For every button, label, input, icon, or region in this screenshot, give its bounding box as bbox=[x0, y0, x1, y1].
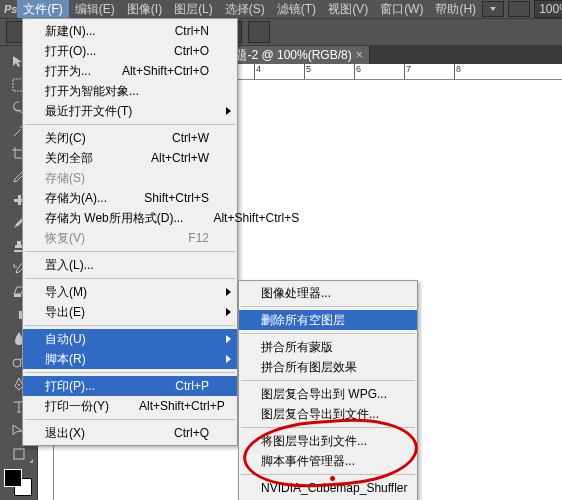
menubar: Ps 文件(F) 编辑(E) 图像(I) 图层(L) 选择(S) 滤镜(T) 视… bbox=[0, 0, 562, 18]
scripts-menu-item[interactable]: 图层复合导出到 WPG... bbox=[239, 384, 417, 404]
shape-tool-icon[interactable] bbox=[4, 443, 34, 464]
menu-item-label: 图层复合导出到文件... bbox=[261, 406, 409, 423]
file-menu-item[interactable]: 退出(X)Ctrl+Q bbox=[23, 423, 237, 443]
menu-item-label: 自动(U) bbox=[45, 331, 209, 348]
file-menu-item[interactable]: 打开(O)...Ctrl+O bbox=[23, 41, 237, 61]
scripts-menu-item[interactable]: NVIDIA_Cubemap_Shuffler bbox=[239, 478, 417, 498]
file-menu-item[interactable]: 打开为...Alt+Shift+Ctrl+O bbox=[23, 61, 237, 81]
scripts-menu-item[interactable]: 脚本事件管理器... bbox=[239, 451, 417, 471]
ruler-tick: 5 bbox=[304, 64, 354, 79]
menu-layer[interactable]: 图层(L) bbox=[168, 0, 219, 20]
menu-item-shortcut: Ctrl+N bbox=[175, 24, 209, 38]
screen-mode-icon[interactable] bbox=[482, 1, 504, 17]
menu-item-shortcut: Ctrl+O bbox=[174, 44, 209, 58]
scripts-menu-item[interactable]: 拼合所有蒙版 bbox=[239, 337, 417, 357]
menu-item-label: 打印(P)... bbox=[45, 378, 175, 395]
file-menu-item[interactable]: 新建(N)...Ctrl+N bbox=[23, 21, 237, 41]
menu-item-shortcut: Alt+Ctrl+W bbox=[151, 151, 209, 165]
menu-item-label: 最近打开文件(T) bbox=[45, 103, 209, 120]
menu-item-label: 将图层导出到文件... bbox=[261, 433, 397, 450]
opt-icon-8[interactable] bbox=[248, 21, 270, 43]
ruler-tick: 7 bbox=[404, 64, 454, 79]
file-menu-item[interactable]: 置入(L)... bbox=[23, 255, 237, 275]
menu-item-label: 图层复合导出到 WPG... bbox=[261, 386, 417, 403]
scripts-menu-item[interactable]: 将图层导出到文件... bbox=[239, 431, 417, 451]
chevron-right-icon bbox=[226, 355, 231, 363]
scripts-menu-item[interactable]: 拼合所有图层效果 bbox=[239, 357, 417, 377]
file-menu-item[interactable]: 导入(M) bbox=[23, 282, 237, 302]
menubar-right-controls: 100% bbox=[482, 0, 562, 18]
file-menu-item: 存储(S) bbox=[23, 168, 237, 188]
menu-image[interactable]: 图像(I) bbox=[121, 0, 168, 20]
file-menu-item[interactable]: 最近打开文件(T) bbox=[23, 101, 237, 121]
file-menu-item[interactable]: 存储为 Web所用格式(D)...Alt+Shift+Ctrl+S bbox=[23, 208, 237, 228]
menu-help[interactable]: 帮助(H) bbox=[429, 0, 482, 20]
menu-view[interactable]: 视图(V) bbox=[322, 0, 374, 20]
zoom-value: 100% bbox=[539, 2, 562, 16]
file-menu-item[interactable]: 导出(E) bbox=[23, 302, 237, 322]
file-menu: 新建(N)...Ctrl+N打开(O)...Ctrl+O打开为...Alt+Sh… bbox=[22, 18, 238, 446]
menu-item-label: 打印一份(Y) bbox=[45, 398, 139, 415]
menu-item-shortcut: Alt+Shift+Ctrl+P bbox=[139, 399, 225, 413]
menu-item-shortcut: Ctrl+W bbox=[172, 131, 209, 145]
scripts-menu-item[interactable]: 删除所有空图层 bbox=[239, 310, 417, 330]
file-menu-item[interactable]: 打印(P)...Ctrl+P bbox=[23, 376, 237, 396]
menu-item-label: 脚本(R) bbox=[45, 351, 209, 368]
ruler-tick: 6 bbox=[354, 64, 404, 79]
close-icon[interactable]: × bbox=[356, 48, 363, 62]
scripts-menu-item[interactable]: 图像处理器... bbox=[239, 283, 417, 303]
menu-item-label: 退出(X) bbox=[45, 425, 174, 442]
svg-rect-2 bbox=[18, 195, 21, 205]
workspace-icon[interactable] bbox=[508, 1, 530, 17]
file-menu-item[interactable]: 打开为智能对象... bbox=[23, 81, 237, 101]
menu-file[interactable]: 文件(F) bbox=[17, 0, 68, 20]
menu-edit[interactable]: 编辑(E) bbox=[69, 0, 121, 20]
zoom-input[interactable]: 100% bbox=[534, 0, 562, 18]
file-menu-item[interactable]: 关闭(C)Ctrl+W bbox=[23, 128, 237, 148]
menu-item-label: 存储为(A)... bbox=[45, 190, 144, 207]
annotation-dot bbox=[330, 476, 335, 481]
menu-item-label: 新建(N)... bbox=[45, 23, 175, 40]
menu-item-label: 恢复(V) bbox=[45, 230, 188, 247]
menu-item-label: 导入(M) bbox=[45, 284, 209, 301]
menu-item-shortcut: Alt+Shift+Ctrl+O bbox=[122, 64, 209, 78]
menu-item-shortcut: Ctrl+P bbox=[175, 379, 209, 393]
file-menu-item[interactable]: 脚本(R) bbox=[23, 349, 237, 369]
menu-item-label: 图像处理器... bbox=[261, 285, 389, 302]
svg-rect-7 bbox=[14, 449, 24, 459]
chevron-right-icon bbox=[226, 107, 231, 115]
svg-point-5 bbox=[13, 359, 21, 367]
scripts-submenu: 图像处理器...删除所有空图层拼合所有蒙版拼合所有图层效果图层复合导出到 WPG… bbox=[238, 280, 418, 500]
menu-item-label: NVIDIA_Cubemap_Shuffler bbox=[261, 481, 438, 495]
menu-item-label: 存储为 Web所用格式(D)... bbox=[45, 210, 213, 227]
menu-item-label: 导出(E) bbox=[45, 304, 209, 321]
file-menu-item[interactable]: 存储为(A)...Shift+Ctrl+S bbox=[23, 188, 237, 208]
menu-select[interactable]: 选择(S) bbox=[219, 0, 271, 20]
ruler-tick: 8 bbox=[454, 64, 504, 79]
app-logo: Ps bbox=[4, 0, 17, 18]
menu-item-label: 拼合所有蒙版 bbox=[261, 339, 389, 356]
menu-item-label: 打开(O)... bbox=[45, 43, 174, 60]
menu-item-label: 脚本事件管理器... bbox=[261, 453, 389, 470]
file-menu-item[interactable]: 关闭全部Alt+Ctrl+W bbox=[23, 148, 237, 168]
scripts-menu-item[interactable]: 图层复合导出到文件... bbox=[239, 404, 417, 424]
file-menu-item[interactable]: 打印一份(Y)Alt+Shift+Ctrl+P bbox=[23, 396, 237, 416]
chevron-right-icon bbox=[226, 335, 231, 343]
menu-item-label: 拼合所有图层效果 bbox=[261, 359, 389, 376]
color-swatches[interactable] bbox=[4, 469, 32, 496]
svg-rect-4 bbox=[13, 311, 19, 319]
menu-item-shortcut: F12 bbox=[188, 231, 209, 245]
menu-item-shortcut: Alt+Shift+Ctrl+S bbox=[213, 211, 299, 225]
file-menu-item[interactable]: 自动(U) bbox=[23, 329, 237, 349]
fg-color-swatch[interactable] bbox=[4, 469, 22, 487]
menu-item-label: 置入(L)... bbox=[45, 257, 209, 274]
menu-window[interactable]: 窗口(W) bbox=[374, 0, 429, 20]
menu-filter[interactable]: 滤镜(T) bbox=[271, 0, 322, 20]
ruler-tick: 4 bbox=[254, 64, 304, 79]
chevron-right-icon bbox=[226, 288, 231, 296]
menu-item-label: 关闭(C) bbox=[45, 130, 172, 147]
menu-item-label: 删除所有空图层 bbox=[261, 312, 389, 329]
menu-item-label: 打开为智能对象... bbox=[45, 83, 209, 100]
chevron-right-icon bbox=[226, 308, 231, 316]
svg-point-6 bbox=[18, 384, 20, 386]
